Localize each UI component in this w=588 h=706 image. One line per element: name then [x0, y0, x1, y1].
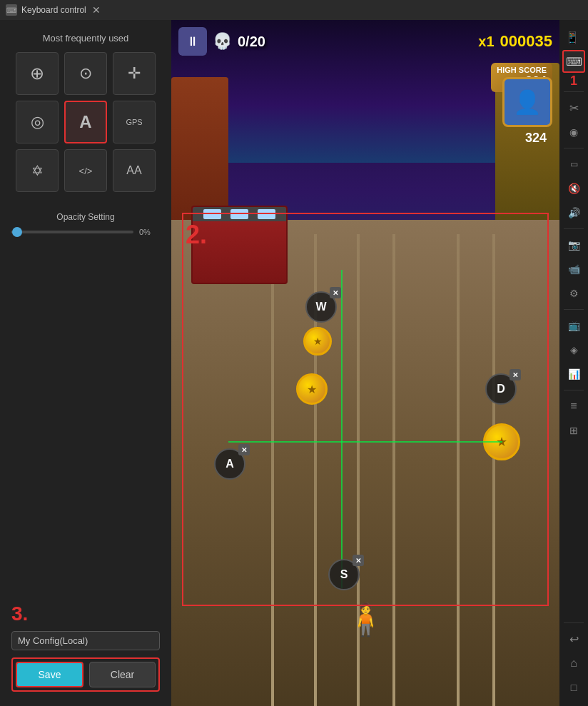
key-d-label: D [497, 383, 505, 395]
opacity-section: Opacity Setting 0% [11, 212, 161, 236]
key-d-node[interactable]: D ✕ [485, 373, 517, 405]
bottom-section: 3. My Config(Local)Default Save Clear [0, 594, 171, 706]
step1-overlay: 1 [570, 74, 577, 87]
sidebar-phone-icon[interactable]: 📱 [561, 26, 584, 49]
sidebar-camera-icon[interactable]: 📷 [562, 233, 585, 256]
sidebar-tv-icon[interactable]: 📺 [562, 314, 585, 337]
sidebar-volume-on-icon[interactable]: 🔊 [562, 201, 585, 224]
sidebar-home-icon[interactable]: ⌂ [562, 652, 585, 675]
aim-icon-cell[interactable]: ◎ [16, 101, 59, 143]
app-icon: ⌨ [6, 4, 17, 16]
key-w-close[interactable]: ✕ [330, 287, 341, 298]
keyboard-a-icon-cell[interactable]: A [64, 101, 107, 143]
save-clear-box: Save Clear [11, 657, 160, 692]
titlebar: ⌨ Keyboard control ✕ [0, 0, 588, 20]
scroll-icon-cell[interactable]: ⊙ [64, 52, 107, 95]
star-icon: ✡ [31, 162, 44, 179]
sidebar-sep-1 [564, 91, 584, 92]
key-w-node[interactable]: W ✕ [305, 291, 337, 323]
avatar-box: 👤 [502, 77, 552, 127]
config-select[interactable]: My Config(Local)Default [11, 631, 160, 650]
key-a-label: A [225, 458, 234, 470]
script-icon: </> [79, 166, 93, 176]
sidebar-recent-icon[interactable]: □ [562, 676, 585, 699]
opacity-thumb [12, 227, 22, 237]
save-button[interactable]: Save [16, 662, 83, 687]
opacity-slider[interactable] [11, 231, 133, 233]
key-a-node[interactable]: A ✕ [214, 448, 245, 480]
rail-left-1 [271, 234, 274, 706]
key-s-close[interactable]: ✕ [353, 555, 364, 566]
key-d-close[interactable]: ✕ [510, 369, 521, 380]
right-sidebar: 📱 ⌨ 1 ✂ ◉ ▭ 🔇 🔊 📷 📹 ⚙ 📺 ◈ 📊 ≡ ⊞ ↩ ⌂ □ [559, 20, 588, 706]
crosshair-horizontal [228, 441, 502, 443]
sidebar-back-icon[interactable]: ↩ [562, 627, 585, 650]
total-score: 000035 [500, 32, 552, 51]
sidebar-stats-icon[interactable]: 📊 [562, 363, 585, 385]
left-panel: Most frequently used ⊕ ⊙ ✛ ◎ A GPS ✡ </>… [0, 20, 171, 706]
keyboard-a-icon: A [79, 112, 91, 132]
sidebar-sep-5 [564, 390, 584, 390]
sidebar-top: 📱 [561, 26, 587, 49]
sidebar-sep-6 [564, 622, 584, 623]
sidebar-keyboard-wrap: ⌨ [562, 50, 585, 73]
game-background: ★ ★ ★ 🧍 ⏸ 💀 0/20 x1 000035 HIGH SCORE 32… [171, 20, 559, 706]
panel-title: Most frequently used [43, 33, 129, 44]
rail-center-2 [392, 234, 395, 706]
icon-grid: ⊕ ⊙ ✛ ◎ A GPS ✡ </> AA [16, 52, 156, 192]
step3-label: 3. [11, 602, 160, 625]
gps-icon: GPS [126, 118, 142, 126]
button-row: Save Clear [16, 662, 156, 687]
sidebar-location-icon[interactable]: ◉ [562, 121, 585, 143]
score-below-avatar: 324 [525, 131, 547, 146]
opacity-value: 0% [139, 228, 161, 236]
aim-icon: ◎ [31, 113, 44, 131]
sidebar-keyboard-icon[interactable]: ⌨ [562, 50, 585, 73]
close-button[interactable]: ✕ [91, 4, 102, 16]
key-s-label: S [340, 568, 348, 581]
crosshair-vertical [341, 270, 343, 588]
skull-counter: 0/20 [238, 34, 265, 50]
avatar-icon: 👤 [513, 89, 542, 116]
step2-label: 2. [186, 220, 207, 250]
coin-2: ★ [296, 373, 328, 405]
config-select-wrap: My Config(Local)Default [11, 631, 160, 650]
building-left [171, 77, 228, 220]
sidebar-sep-2 [564, 148, 584, 148]
titlebar-title: Keyboard control [21, 5, 86, 15]
opacity-row: 0% [11, 228, 161, 236]
sidebar-menu-icon[interactable]: ≡ [562, 395, 585, 418]
sidebar-expand-icon[interactable]: ⊞ [562, 419, 585, 442]
pause-button[interactable]: ⏸ [178, 27, 207, 56]
crosshair-icon: ✛ [128, 64, 141, 83]
sidebar-volume-off-icon[interactable]: 🔇 [562, 177, 585, 200]
scroll-icon: ⊙ [79, 64, 92, 83]
clear-button[interactable]: Clear [89, 662, 156, 687]
opacity-label: Opacity Setting [11, 212, 161, 222]
dpad-icon-cell[interactable]: ⊕ [16, 52, 59, 95]
key-s-node[interactable]: S ✕ [328, 559, 360, 590]
star-icon-cell[interactable]: ✡ [16, 149, 59, 192]
script-icon-cell[interactable]: </> [64, 149, 107, 192]
gps-icon-cell[interactable]: GPS [113, 101, 156, 143]
sidebar-macro-icon[interactable]: ◈ [562, 338, 585, 361]
multiplier-display: x1 [478, 34, 494, 50]
sidebar-scissors-icon[interactable]: ✂ [562, 96, 585, 119]
game-ui-top: ⏸ 💀 0/20 x1 000035 [171, 27, 559, 56]
game-area: ★ ★ ★ 🧍 ⏸ 💀 0/20 x1 000035 HIGH SCORE 32… [171, 20, 559, 706]
rail-right-2 [492, 234, 495, 706]
sidebar-record-icon[interactable]: 📹 [562, 258, 585, 281]
rail-right-1 [457, 234, 460, 706]
sidebar-display-icon[interactable]: ▭ [562, 153, 585, 176]
sidebar-settings2-icon[interactable]: ⚙ [562, 282, 585, 305]
train-windows [193, 207, 286, 221]
coin-1: ★ [303, 327, 332, 355]
sidebar-sep-3 [564, 228, 584, 229]
dpad-icon: ⊕ [30, 64, 44, 84]
text-aa-icon-cell[interactable]: AA [113, 149, 156, 192]
skull-icon: 💀 [213, 32, 232, 51]
sidebar-sep-4 [564, 309, 584, 310]
key-a-close[interactable]: ✕ [238, 444, 250, 455]
crosshair-icon-cell[interactable]: ✛ [113, 52, 156, 95]
key-w-label: W [315, 301, 326, 313]
